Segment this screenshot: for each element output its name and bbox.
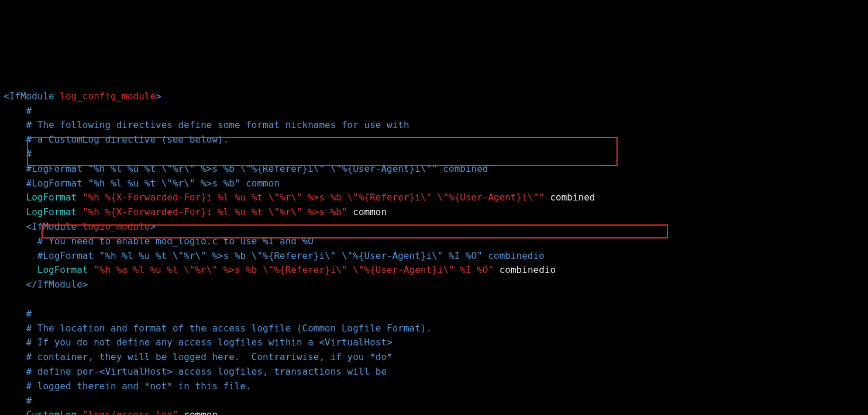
token-literal xyxy=(4,279,26,290)
token-comment: # The location and format of the access … xyxy=(4,323,432,334)
token-module: logio_module xyxy=(82,221,150,232)
token-literal xyxy=(4,264,37,275)
token-comment: # If you do not define any access logfil… xyxy=(4,337,392,348)
token-quoted: "%h %a %l %u %t \"%r\" %>s %b \"%{Refere… xyxy=(94,264,494,275)
token-module: log_config_module xyxy=(60,91,156,102)
token-literal xyxy=(88,264,94,275)
code-line: <IfModule log_config_module> xyxy=(4,89,864,104)
token-quoted: "%h %{X-Forwarded-For}i %l %u %t \"%r\" … xyxy=(82,192,545,203)
token-literal: common xyxy=(347,206,387,217)
code-line: LogFormat "%h %{X-Forwarded-For}i %l %u … xyxy=(4,205,864,220)
code-line: #LogFormat "%h %l %u %t \"%r\" %>s %b" c… xyxy=(4,177,864,191)
code-line: # xyxy=(4,394,864,409)
token-comment: # xyxy=(4,105,32,116)
token-tag: > xyxy=(156,91,161,102)
code-line: # logged therein and *not* in this file. xyxy=(4,379,864,394)
token-literal: combined xyxy=(545,192,595,203)
code-line: <IfModule logio_module> xyxy=(4,220,864,234)
token-tag: <IfModule xyxy=(4,91,60,102)
token-comment: # You need to enable mod_logio.c to use … xyxy=(4,236,314,247)
code-line: # If you do not define any access logfil… xyxy=(4,336,864,350)
token-quoted: "%h %{X-Forwarded-For}i %l %u %t \"%r\" … xyxy=(82,206,347,217)
code-line: # You need to enable mod_logio.c to use … xyxy=(4,234,864,249)
token-comment: # xyxy=(4,148,32,160)
token-quoted: "logs/access_log" xyxy=(82,409,178,415)
token-comment: #LogFormat "%h %l %u %t \"%r\" %>s %b" c… xyxy=(4,178,280,189)
code-line xyxy=(4,292,864,307)
token-close-tag: </IfModule> xyxy=(26,279,88,290)
token-comment: # a CustomLog directive (see below). xyxy=(4,134,229,145)
token-comment: # logged therein and *not* in this file. xyxy=(4,381,252,392)
token-directive: CustomLog xyxy=(26,409,77,415)
code-line: # xyxy=(4,147,864,162)
token-literal xyxy=(77,206,82,217)
token-directive: LogFormat xyxy=(37,264,88,275)
token-comment: #LogFormat "%h %l %u %t \"%r\" %>s %b \"… xyxy=(4,163,488,174)
token-literal xyxy=(4,409,26,415)
token-comment: # The following directives define some f… xyxy=(4,119,409,130)
code-line: CustomLog "logs/access_log" common xyxy=(4,408,864,415)
token-literal xyxy=(4,192,26,203)
token-literal xyxy=(77,409,82,415)
token-directive: LogFormat xyxy=(26,206,77,217)
code-line: # a CustomLog directive (see below). xyxy=(4,133,864,147)
code-line: # xyxy=(4,104,864,119)
token-comment: # container, they will be logged here. C… xyxy=(4,351,392,362)
token-comment: # xyxy=(4,308,32,319)
code-line: # The following directives define some f… xyxy=(4,118,864,133)
token-literal xyxy=(4,221,26,232)
code-block: <IfModule log_config_module> # # The fol… xyxy=(4,89,864,415)
token-tag: <IfModule xyxy=(26,221,82,232)
token-comment: # define per-<VirtualHost> access logfil… xyxy=(4,366,387,377)
token-literal: combinedio xyxy=(494,264,556,275)
code-line: #LogFormat "%h %l %u %t \"%r\" %>s %b \"… xyxy=(4,249,864,264)
token-tag: > xyxy=(150,221,156,232)
code-line: LogFormat "%h %a %l %u %t \"%r\" %>s %b … xyxy=(4,263,864,278)
token-literal xyxy=(4,206,26,217)
code-line: #LogFormat "%h %l %u %t \"%r\" %>s %b \"… xyxy=(4,162,864,177)
token-comment: # xyxy=(4,395,32,406)
token-directive: LogFormat xyxy=(26,192,77,203)
token-literal: common xyxy=(178,409,218,415)
code-line: </IfModule> xyxy=(4,278,864,292)
apache-config-code: <IfModule log_config_module> # # The fol… xyxy=(4,60,864,415)
token-comment: #LogFormat "%h %l %u %t \"%r\" %>s %b \"… xyxy=(4,250,545,261)
code-line: # The location and format of the access … xyxy=(4,321,864,336)
token-literal xyxy=(77,192,82,203)
code-line: # container, they will be logged here. C… xyxy=(4,350,864,365)
code-line: LogFormat "%h %{X-Forwarded-For}i %l %u … xyxy=(4,191,864,205)
code-line: # define per-<VirtualHost> access logfil… xyxy=(4,365,864,379)
code-line: # xyxy=(4,307,864,321)
